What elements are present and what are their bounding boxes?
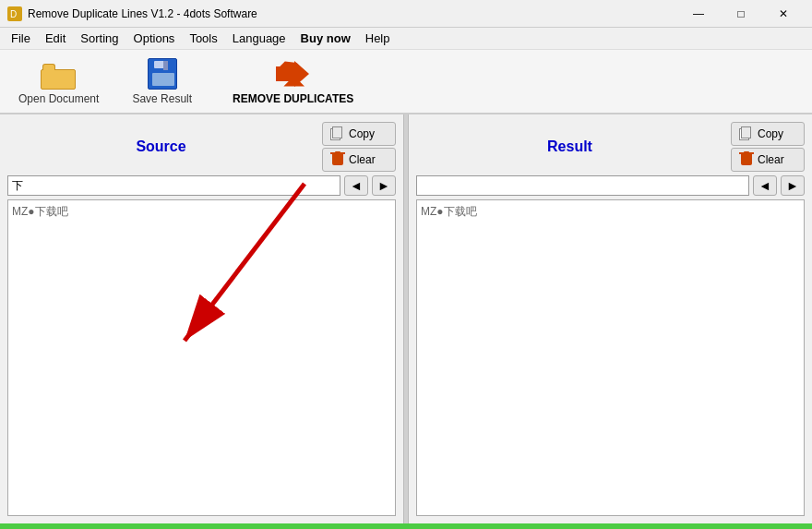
maximize-button[interactable]: □ [720,0,762,28]
result-search-input[interactable] [416,175,749,196]
save-result-label: Save Result [132,92,192,105]
remove-duplicates-icon [276,57,311,90]
source-search-row: ◄ ► [7,175,396,196]
result-copy-button[interactable]: Copy [731,122,805,146]
menu-edit[interactable]: Edit [38,30,73,47]
result-clear-button[interactable]: Clear [731,148,805,172]
window-controls: — □ ✕ [677,0,805,28]
remove-duplicates-label: REMOVE DUPLICATES [233,92,353,105]
menu-buynow[interactable]: Buy now [293,30,358,47]
source-copy-button[interactable]: Copy [322,122,396,146]
result-text-area[interactable]: MZ●下载吧 [416,199,805,516]
menu-options[interactable]: Options [126,30,183,47]
result-title: Result [416,138,723,155]
result-search-row: ◄ ► [416,175,805,196]
statusbar [0,523,812,529]
close-button[interactable]: ✕ [762,0,805,28]
svg-text:D: D [10,9,17,19]
result-panel: Result Copy Clear [409,114,812,523]
source-search-input[interactable] [7,175,340,196]
window-title: Remove Duplicate Lines V1.2 - 4dots Soft… [28,7,677,20]
source-text-area[interactable]: MZ●下载吧 [7,199,396,516]
copy-icon-result [739,126,754,141]
result-prev-button[interactable]: ◄ [753,175,777,196]
clear-icon-result [739,151,754,168]
menu-help[interactable]: Help [358,30,398,47]
menubar: File Edit Sorting Options Tools Language… [0,28,812,50]
result-next-button[interactable]: ► [781,175,805,196]
save-icon [148,58,177,90]
source-next-button[interactable]: ► [372,175,396,196]
menu-tools[interactable]: Tools [182,30,224,47]
menu-sorting[interactable]: Sorting [73,30,125,47]
source-content: MZ●下载吧 [12,205,68,218]
result-copy-label: Copy [758,127,783,140]
menu-language[interactable]: Language [225,30,293,47]
folder-icon [41,58,78,90]
copy-icon [330,126,345,141]
open-document-label: Open Document [18,92,99,105]
source-title: Source [7,138,315,155]
remove-duplicates-button[interactable]: REMOVE DUPLICATES [221,54,364,109]
source-panel: Source Copy Clear [0,114,403,523]
source-prev-button[interactable]: ◄ [344,175,368,196]
menu-file[interactable]: File [4,30,38,47]
titlebar: D Remove Duplicate Lines V1.2 - 4dots So… [0,0,812,28]
result-panel-buttons: Copy Clear [731,122,805,172]
source-panel-buttons: Copy Clear [322,122,396,172]
minimize-button[interactable]: — [677,0,720,28]
source-header: Source Copy Clear [7,122,396,172]
save-result-button[interactable]: Save Result [125,54,199,109]
clear-icon [330,151,345,168]
main-content: Source Copy Clear [0,114,812,523]
source-clear-button[interactable]: Clear [322,148,396,172]
toolbar: Open Document Save Result REMOVE DUPLICA… [0,50,812,114]
result-header: Result Copy Clear [416,122,805,172]
source-clear-label: Clear [349,153,376,166]
open-document-button[interactable]: Open Document [11,54,106,109]
app-icon: D [7,6,22,21]
source-copy-label: Copy [349,127,375,140]
result-clear-label: Clear [758,153,784,166]
result-content: MZ●下载吧 [421,205,477,218]
